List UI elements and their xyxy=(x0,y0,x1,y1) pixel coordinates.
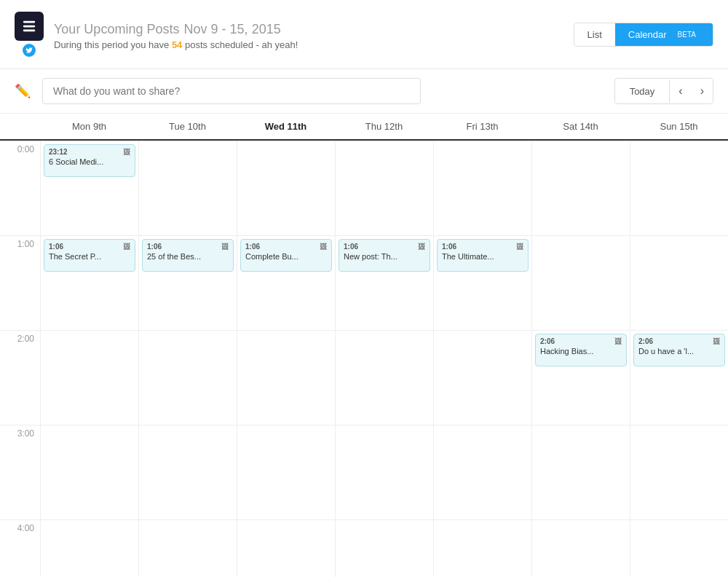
page-title: Your Upcoming Posts Nov 9 - 15, 2015 xyxy=(54,19,574,38)
cell-mon-3 xyxy=(41,425,138,519)
cell-sun-0 xyxy=(630,141,728,235)
cell-sun-3 xyxy=(630,425,728,519)
post-card[interactable]: 23:12🖼 6 Social Medi... xyxy=(44,144,135,177)
calendar: Mon 9th Tue 10th Wed 11th Thu 12th Fri 1… xyxy=(0,114,728,577)
cell-sat-1 xyxy=(532,235,630,330)
buffer-logo xyxy=(15,12,44,41)
svg-rect-2 xyxy=(23,30,36,32)
post-card[interactable]: 1:06🖼 The Secret P... xyxy=(44,239,135,272)
day-col-tue: 1:06🖼 25 of the Bes... 4:59↺ Some inspir… xyxy=(138,141,237,577)
next-button[interactable]: › xyxy=(692,79,713,103)
toolbar: ✏️ Today ‹ › xyxy=(0,69,728,114)
cell-tue-0 xyxy=(139,141,237,235)
calendar-header: Mon 9th Tue 10th Wed 11th Thu 12th Fri 1… xyxy=(0,114,728,141)
time-2: 2:00 xyxy=(0,330,40,425)
header: Your Upcoming Posts Nov 9 - 15, 2015 Dur… xyxy=(0,0,728,69)
cell-tue-2 xyxy=(139,330,237,425)
cell-fri-2 xyxy=(434,330,531,425)
day-header-sun: Sun 15th xyxy=(630,114,728,139)
cell-sun-4 xyxy=(630,519,728,577)
cell-wed-2 xyxy=(237,330,335,425)
post-card[interactable]: 1:06🖼 New post: Th... xyxy=(339,239,430,272)
header-subtitle: During this period you have 54 posts sch… xyxy=(54,39,574,50)
cell-fri-1: 1:06🖼 The Ultimate... xyxy=(434,235,531,330)
cell-thu-2 xyxy=(336,330,433,425)
time-column: 0:00 1:00 2:00 3:00 4:00 5:00 6:00 7:00 xyxy=(0,141,40,577)
cell-thu-4 xyxy=(336,519,433,577)
cell-tue-4 xyxy=(139,519,237,577)
day-col-sat: 2:06🖼 Hacking Bias... 05:13 7:04🖼 Behi..… xyxy=(531,141,630,577)
cell-sun-1 xyxy=(630,235,728,330)
calendar-body: 0:00 1:00 2:00 3:00 4:00 5:00 6:00 7:00 … xyxy=(0,141,728,577)
search-input[interactable] xyxy=(42,78,421,104)
day-header-fri: Fri 13th xyxy=(433,114,531,139)
nav-controls: Today ‹ › xyxy=(614,78,713,104)
cell-sat-0 xyxy=(532,141,630,235)
day-header-thu: Thu 12th xyxy=(335,114,433,139)
beta-badge: BETA xyxy=(674,30,700,39)
day-col-mon: 23:12🖼 6 Social Medi... 1:06🖼 The Secret… xyxy=(40,141,138,577)
cell-fri-0 xyxy=(434,141,531,235)
cell-fri-3 xyxy=(434,425,531,519)
logo-area xyxy=(15,12,44,57)
time-4: 4:00 xyxy=(0,519,40,577)
cell-fri-4 xyxy=(434,519,531,577)
day-col-sun: 2:06🖼 Do u have a 'l... 5:13🖼 91 Free Tw… xyxy=(630,141,728,577)
svg-rect-0 xyxy=(23,21,36,23)
cell-thu-0 xyxy=(336,141,433,235)
day-col-wed: 1:06🖼 Complete Bu... 4:59 Beyond 4:59🖼 N… xyxy=(237,141,335,577)
cell-thu-3 xyxy=(336,425,433,519)
view-toggle: List Calendar BETA xyxy=(574,23,713,47)
post-card[interactable]: 1:06🖼 Complete Bu... xyxy=(240,239,332,272)
cell-sun-2: 2:06🖼 Do u have a 'l... xyxy=(630,330,728,425)
day-header-wed: Wed 11th xyxy=(237,114,335,139)
cell-mon-4 xyxy=(41,519,138,577)
day-col-thu: 1:06🖼 New post: Th... 4:59🖼 The science … xyxy=(335,141,433,577)
day-header-sat: Sat 14th xyxy=(531,114,630,139)
day-header-mon: Mon 9th xyxy=(40,114,138,139)
post-card[interactable]: 1:06🖼 The Ultimate... xyxy=(437,239,529,272)
cell-wed-3 xyxy=(237,425,335,519)
cell-wed-1: 1:06🖼 Complete Bu... xyxy=(237,235,335,330)
post-card[interactable]: 2:06🖼 Hacking Bias... xyxy=(535,334,627,366)
list-view-button[interactable]: List xyxy=(574,23,615,46)
post-card[interactable]: 1:06🖼 25 of the Bes... xyxy=(142,239,234,272)
day-col-fri: 1:06🖼 The Ultimate... 4:59🖼 6 Foolproof … xyxy=(433,141,531,577)
cell-sat-2: 2:06🖼 Hacking Bias... xyxy=(532,330,630,425)
app-container: Your Upcoming Posts Nov 9 - 15, 2015 Dur… xyxy=(0,0,728,577)
cell-wed-0 xyxy=(237,141,335,235)
time-0: 0:00 xyxy=(0,141,40,235)
post-card[interactable]: 2:06🖼 Do u have a 'l... xyxy=(633,334,725,366)
cell-wed-4 xyxy=(237,519,335,577)
cell-mon-2 xyxy=(41,330,138,425)
cell-tue-1: 1:06🖼 25 of the Bes... xyxy=(139,235,237,330)
cell-mon-1: 1:06🖼 The Secret P... xyxy=(41,235,138,330)
svg-rect-1 xyxy=(23,25,36,28)
prev-button[interactable]: ‹ xyxy=(670,79,691,103)
calendar-view-button[interactable]: Calendar BETA xyxy=(615,23,713,46)
cell-mon-0: 23:12🖼 6 Social Medi... xyxy=(41,141,138,235)
cell-sat-4 xyxy=(532,519,630,577)
twitter-badge xyxy=(23,44,36,57)
header-title-area: Your Upcoming Posts Nov 9 - 15, 2015 Dur… xyxy=(54,19,574,50)
time-1: 1:00 xyxy=(0,235,40,330)
time-3: 3:00 xyxy=(0,425,40,519)
edit-icon: ✏️ xyxy=(15,83,31,99)
post-count: 54 xyxy=(172,39,182,50)
cell-thu-1: 1:06🖼 New post: Th... xyxy=(336,235,433,330)
today-button[interactable]: Today xyxy=(615,80,670,103)
cell-tue-3 xyxy=(139,425,237,519)
time-header-spacer xyxy=(0,114,40,139)
day-header-tue: Tue 10th xyxy=(138,114,237,139)
cell-sat-3 xyxy=(532,425,630,519)
